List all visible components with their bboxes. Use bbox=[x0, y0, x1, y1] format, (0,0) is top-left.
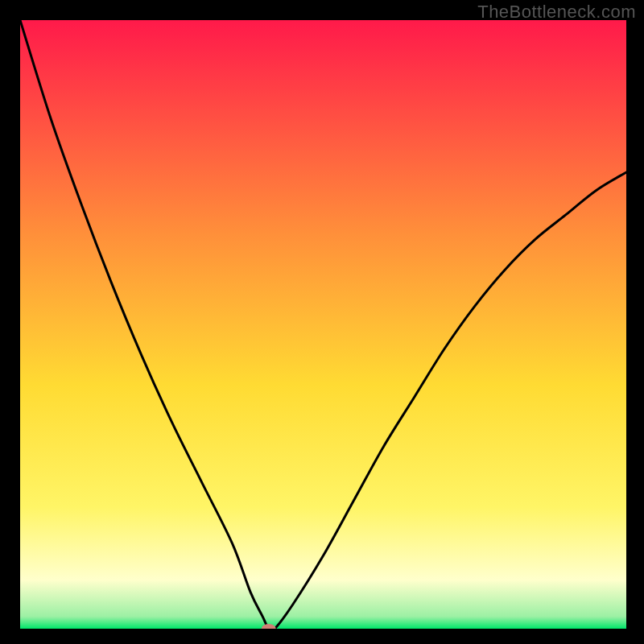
chart-frame: TheBottleneck.com bbox=[0, 0, 644, 644]
optimum-marker bbox=[262, 624, 276, 634]
bottleneck-chart bbox=[0, 0, 644, 644]
gradient-background bbox=[20, 20, 626, 629]
watermark-text: TheBottleneck.com bbox=[477, 2, 636, 23]
